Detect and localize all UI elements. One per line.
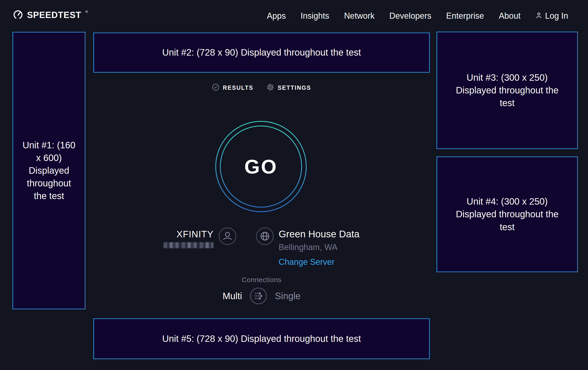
go-button[interactable]: GO	[215, 120, 307, 213]
ad-unit-2-leaderboard: Unit #2: (728 x 90) Displayed throughout…	[93, 32, 430, 73]
main-nav: Apps Insights Network Developers Enterpr…	[267, 11, 568, 21]
connection-mode-single[interactable]: Single	[275, 291, 300, 301]
nav-enterprise[interactable]: Enterprise	[446, 11, 484, 21]
login-label: Log In	[545, 11, 568, 21]
test-meta-row: XFINITY Green Hous	[93, 227, 430, 267]
speedtest-app: SPEEDTEST ® Apps Insights Network Develo…	[0, 0, 588, 370]
nav-apps[interactable]: Apps	[267, 11, 286, 21]
go-label: GO	[215, 120, 307, 213]
gear-icon	[267, 83, 274, 92]
connections-toggle-button[interactable]	[250, 287, 267, 304]
nav-about[interactable]: About	[499, 11, 521, 21]
speedtest-logo[interactable]: SPEEDTEST ®	[13, 9, 87, 21]
results-settings-tabs: RESULTS	[93, 83, 430, 92]
server-info: Green House Data Bellingham, WA Change S…	[256, 227, 359, 267]
ad-unit-5-text: Unit #5: (728 x 90) Displayed throughout…	[162, 332, 361, 345]
user-icon	[535, 11, 542, 21]
change-server-link[interactable]: Change Server	[279, 257, 335, 267]
multi-connection-arrows-icon	[250, 302, 267, 305]
ad-unit-3-text: Unit #3: (300 x 250) Displayed throughou…	[456, 71, 559, 110]
server-globe-icon	[256, 227, 274, 246]
server-name: Green House Data	[279, 229, 359, 240]
nav-network[interactable]: Network	[344, 11, 375, 21]
connection-mode-multi[interactable]: Multi	[223, 291, 242, 301]
redacted-ip-address	[164, 242, 213, 248]
logo-trademark: ®	[85, 10, 88, 14]
ad-unit-1-skyscraper: Unit #1: (160 x 600) Displayed throughou…	[12, 32, 85, 309]
ad-unit-4-text: Unit #4: (300 x 250) Displayed throughou…	[456, 195, 559, 233]
isp-user-icon	[219, 227, 236, 246]
speedometer-gauge-icon	[13, 9, 23, 21]
tab-results-label: RESULTS	[223, 84, 253, 91]
ad-unit-2-text: Unit #2: (728 x 90) Displayed throughout…	[162, 46, 361, 59]
ad-unit-5-leaderboard: Unit #5: (728 x 90) Displayed throughout…	[93, 318, 430, 359]
ad-unit-4-rectangle: Unit #4: (300 x 250) Displayed throughou…	[437, 156, 578, 272]
ad-unit-3-rectangle: Unit #3: (300 x 250) Displayed throughou…	[437, 32, 578, 149]
ad-unit-1-text: Unit #1: (160 x 600) Displayed throughou…	[20, 139, 78, 202]
nav-insights[interactable]: Insights	[301, 11, 329, 21]
check-circle-icon	[212, 83, 220, 92]
connections-label: Connections	[93, 276, 430, 284]
nav-developers[interactable]: Developers	[389, 11, 431, 21]
tab-results[interactable]: RESULTS	[212, 83, 253, 92]
logo-wordmark: SPEEDTEST	[27, 10, 81, 20]
isp-name: XFINITY	[177, 229, 213, 240]
tab-settings[interactable]: SETTINGS	[267, 83, 311, 92]
server-location: Bellingham, WA	[279, 242, 359, 252]
tab-settings-label: SETTINGS	[278, 84, 311, 91]
login-link[interactable]: Log In	[535, 11, 568, 21]
isp-info: XFINITY	[164, 227, 236, 248]
connections-section: Connections Multi	[93, 276, 430, 304]
